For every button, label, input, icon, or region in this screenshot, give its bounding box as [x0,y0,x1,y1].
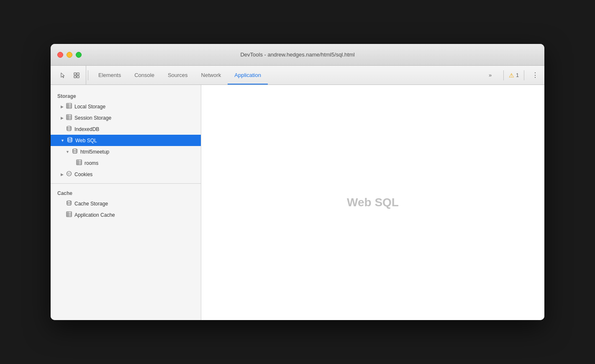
inspect-icon[interactable] [71,69,82,81]
title-bar: DevTools - andrew.hedges.name/html5/sql.… [51,44,544,66]
table-icon [76,159,82,167]
html5meetup-label: html5meetup [80,149,109,155]
window-title: DevTools - andrew.hedges.name/html5/sql.… [240,51,354,58]
sidebar: Storage ▶ Local Storage ▶ [51,85,201,320]
toolbar-icons [54,66,86,85]
sidebar-item-html5meetup[interactable]: ▼ html5meetup [51,146,201,157]
warning-icon: ⚠ [509,72,514,79]
svg-rect-2 [74,76,76,78]
minimize-button[interactable] [67,52,72,58]
table-icon [66,103,72,110]
arrow-icon: ▼ [66,150,69,154]
svg-rect-1 [77,73,79,75]
main-area: Storage ▶ Local Storage ▶ [51,85,544,320]
tab-bar: Elements Console Sources Network Applica… [90,66,269,85]
right-divider [503,70,504,80]
close-button[interactable] [57,52,63,58]
sidebar-item-cookies[interactable]: ▶ Cookies [51,169,201,180]
sidebar-divider [51,183,201,184]
devtools-window: DevTools - andrew.hedges.name/html5/sql.… [51,44,544,320]
application-cache-label: Application Cache [74,212,115,218]
svg-point-15 [68,138,72,139]
cursor-icon[interactable] [57,69,69,81]
storage-section-label: Storage [51,90,201,101]
web-sql-label: Web SQL [75,138,97,144]
svg-point-26 [69,174,70,174]
sidebar-item-rooms[interactable]: ▶ rooms [51,157,201,169]
tab-network[interactable]: Network [195,66,228,85]
svg-rect-0 [74,73,76,75]
svg-point-27 [67,201,71,203]
content-placeholder: Web SQL [347,196,399,209]
arrow-icon: ▶ [61,116,64,120]
db-icon [66,200,72,207]
content-panel: Web SQL [201,85,544,320]
db-icon [66,126,72,133]
toolbar: Elements Console Sources Network Applica… [51,66,544,85]
svg-point-23 [68,173,69,174]
arrow-icon: ▶ [61,105,64,109]
toolbar-divider [88,70,88,80]
local-storage-label: Local Storage [74,104,105,110]
cookies-label: Cookies [74,172,92,177]
svg-point-22 [67,172,72,176]
toolbar-right: » ⚠ 1 ⋮ [482,69,541,81]
warning-badge[interactable]: ⚠ 1 [509,72,519,79]
sidebar-item-application-cache[interactable]: ▶ Application Cache [51,209,201,220]
tab-elements[interactable]: Elements [92,66,128,85]
session-storage-label: Session Storage [74,115,111,121]
sidebar-item-indexeddb[interactable]: ▶ IndexedDB [51,123,201,135]
svg-point-16 [73,149,77,151]
more-options-button[interactable]: ⋮ [529,69,541,81]
traffic-lights [57,52,82,58]
cookie-icon [66,171,72,178]
tab-more[interactable]: » [482,72,498,78]
tab-console[interactable]: Console [128,66,161,85]
arrow-icon: ▼ [61,138,64,143]
db-icon [67,137,73,144]
sidebar-item-web-sql[interactable]: ▼ Web SQL [51,135,201,146]
cache-section-label: Cache [51,187,201,198]
svg-point-14 [67,126,71,128]
db-icon [72,148,78,155]
right-divider-2 [524,70,524,80]
svg-rect-3 [77,76,79,78]
table-icon [66,114,72,121]
sidebar-item-session-storage[interactable]: ▶ Session Storage [51,112,201,123]
sidebar-item-cache-storage[interactable]: ▶ Cache Storage [51,198,201,209]
rooms-label: rooms [85,160,98,166]
maximize-button[interactable] [76,52,82,58]
cache-storage-label: Cache Storage [74,201,108,207]
sidebar-item-local-storage[interactable]: ▶ Local Storage [51,101,201,112]
arrow-icon: ▶ [61,172,64,177]
indexeddb-label: IndexedDB [74,126,99,132]
tab-application[interactable]: Application [228,66,268,85]
tab-sources[interactable]: Sources [161,66,195,85]
svg-point-24 [69,172,70,173]
table-icon [66,211,72,218]
